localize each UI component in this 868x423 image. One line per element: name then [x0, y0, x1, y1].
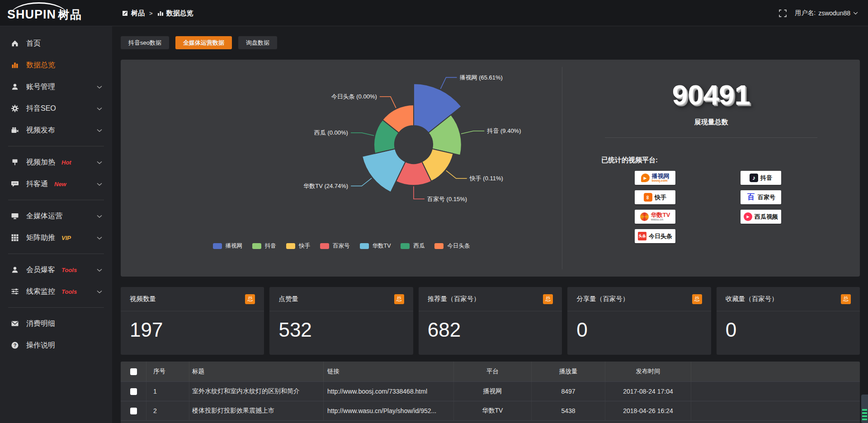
- tools-badge: Tools: [61, 288, 77, 295]
- col-link: 链接: [324, 362, 454, 381]
- chart-legend: 播视网抖音快手百家号华数TV西瓜今日头条: [121, 242, 562, 250]
- sidebar-item-doketong[interactable]: 抖客通 New: [0, 173, 112, 195]
- platform-badge-wasu[interactable]: 华数TVwasu.cn: [635, 210, 675, 224]
- bar-chart-icon: [157, 10, 164, 16]
- row-checkbox[interactable]: [130, 388, 137, 395]
- col-publish-time: 发布时间: [605, 362, 691, 381]
- xigua-logo-icon: ▶: [744, 212, 752, 221]
- tab-douyin-seo-data[interactable]: 抖音seo数据: [121, 36, 169, 49]
- home-icon: [11, 39, 19, 47]
- platform-badge-kuaishou[interactable]: ∞ 快手: [635, 190, 675, 204]
- legend-swatch: [434, 243, 443, 249]
- sidebar-item-instructions[interactable]: ? 操作说明: [0, 334, 112, 356]
- sidebar-item-home[interactable]: 首页: [0, 33, 112, 54]
- total-badge[interactable]: 总: [245, 294, 255, 304]
- legend-swatch: [320, 243, 329, 249]
- stat-card-recommendations: 推荐量（百家号）总 682: [419, 287, 562, 355]
- tools-badge: Tools: [61, 267, 77, 273]
- col-plays: 播放量: [532, 362, 605, 381]
- video-url-link[interactable]: http://www.boosj.com/7338468.html: [324, 382, 454, 401]
- video-title-link[interactable]: 室外水纹灯和室内水纹灯的区别和简介: [189, 382, 324, 401]
- video-camera-icon: [11, 126, 19, 134]
- breadcrumb-item-home[interactable]: 树品: [122, 9, 145, 18]
- platform-badge-douyin[interactable]: ♪ 抖音: [741, 171, 781, 185]
- impressions-total-label: 展现量总数: [562, 118, 860, 127]
- legend-label: 播视网: [226, 242, 243, 250]
- topbar: SHUPIN树品 树品 > 数据总览 用户名: zswodun88: [0, 0, 868, 26]
- select-all-checkbox[interactable]: [130, 368, 137, 375]
- legend-label: 抖音: [265, 242, 276, 250]
- sidebar: 首页 数据总览 账号管理 抖音SEO 视频发布 视频加热 Hot 抖客通 New…: [0, 26, 112, 423]
- total-badge[interactable]: 总: [692, 294, 702, 304]
- sidebar-item-data-overview[interactable]: 数据总览: [0, 54, 112, 76]
- legend-item-快手[interactable]: 快手: [286, 242, 310, 250]
- stat-value: 0: [567, 311, 711, 348]
- user-icon: [11, 83, 19, 91]
- envelope-icon: [11, 320, 19, 328]
- row-plays: 5438: [532, 401, 605, 420]
- pie-slice-华数TV[interactable]: [362, 149, 406, 192]
- legend-item-今日头条[interactable]: 今日头条: [434, 242, 470, 250]
- legend-item-华数TV[interactable]: 华数TV: [360, 242, 391, 250]
- platform-badge-boosj[interactable]: ▶ 播视网boosj.com: [635, 171, 675, 185]
- legend-label: 华数TV: [373, 242, 391, 250]
- sidebar-item-video-publish[interactable]: 视频发布: [0, 119, 112, 141]
- videos-table: 序号 标题 链接 平台 播放量 发布时间 1 室外水纹灯和室内水纹灯的区别和简介…: [121, 362, 860, 423]
- stat-cards-row: 视频数量总 197 点赞量总 532 推荐量（百家号）总 682 分享量（百家号…: [121, 287, 860, 355]
- chevron-down-icon: [97, 268, 102, 272]
- monitor-icon: [11, 212, 19, 220]
- legend-item-播视网[interactable]: 播视网: [213, 242, 243, 250]
- sidebar-item-douyin-seo[interactable]: 抖音SEO: [0, 98, 112, 119]
- row-platform: 播视网: [454, 382, 532, 401]
- logo-text: SHUPIN树品: [7, 7, 82, 22]
- sidebar-item-video-heating[interactable]: 视频加热 Hot: [0, 151, 112, 173]
- toutiao-logo-icon: 头条: [638, 232, 646, 240]
- tab-inquiry-data[interactable]: 询盘数据: [238, 36, 277, 49]
- breadcrumb-item-current[interactable]: 数据总览: [157, 9, 193, 18]
- stat-card-video-count: 视频数量总 197: [121, 287, 264, 355]
- total-badge[interactable]: 总: [841, 294, 851, 304]
- col-index: 序号: [146, 362, 189, 381]
- platforms-label: 已统计的视频平台:: [601, 156, 860, 164]
- platform-badge-xigua[interactable]: ▶ 西瓜视频: [741, 210, 781, 224]
- row-publish-time: 2017-08-24 17:04: [605, 382, 691, 401]
- sidebar-item-member-baoke[interactable]: 会员爆客 Tools: [0, 259, 112, 281]
- pie-label-百家号: 百家号 (0.15%): [427, 196, 467, 202]
- tab-omnimedia-operation-data[interactable]: 全媒体运营数据: [175, 36, 232, 49]
- legend-item-西瓜[interactable]: 西瓜: [401, 242, 425, 250]
- stat-value: 0: [717, 311, 860, 348]
- user-menu[interactable]: 用户名: zswodun88: [795, 9, 858, 17]
- video-title-link[interactable]: 楼体投影灯投影效果震撼上市: [189, 401, 324, 420]
- chat-bubble-icon: [11, 180, 19, 188]
- legend-label: 快手: [299, 242, 310, 250]
- fullscreen-icon[interactable]: [779, 9, 787, 17]
- floating-widget[interactable]: [861, 395, 868, 423]
- legend-swatch: [360, 243, 369, 249]
- sidebar-divider: [8, 200, 104, 200]
- row-checkbox[interactable]: [130, 408, 137, 414]
- table-row-partial: [121, 420, 860, 423]
- platform-badge-toutiao[interactable]: 头条 今日头条: [635, 229, 675, 243]
- boosj-domain: boosj.com: [652, 179, 670, 183]
- total-badge[interactable]: 总: [394, 294, 404, 304]
- legend-swatch: [286, 243, 295, 249]
- sidebar-item-account-management[interactable]: 账号管理: [0, 76, 112, 98]
- pie-svg: 播视网 (65.61%)抖音 (9.40%)快手 (0.11%)百家号 (0.1…: [121, 60, 562, 254]
- platform-badge-baijiahao[interactable]: 百 百家号: [741, 190, 781, 204]
- legend-item-百家号[interactable]: 百家号: [320, 242, 350, 250]
- sidebar-item-lead-monitoring[interactable]: 线索监控 Tools: [0, 281, 112, 302]
- username-value: zswodun88: [818, 9, 850, 17]
- sidebar-item-consumption-details[interactable]: 消费明细: [0, 313, 112, 334]
- app-logo[interactable]: SHUPIN树品: [7, 4, 107, 24]
- legend-item-抖音[interactable]: 抖音: [252, 242, 276, 250]
- chevron-down-icon: [97, 129, 102, 132]
- rose-pie-chart: 播视网 (65.61%)抖音 (9.40%)快手 (0.11%)百家号 (0.1…: [121, 60, 562, 254]
- pie-label-line: [461, 131, 484, 134]
- legend-swatch: [213, 243, 222, 249]
- legend-label: 今日头条: [447, 242, 470, 250]
- video-url-link[interactable]: http://www.wasu.cn/Play/show/id/952...: [324, 401, 454, 420]
- total-badge[interactable]: 总: [543, 294, 553, 304]
- data-tabs: 抖音seo数据 全媒体运营数据 询盘数据: [121, 36, 277, 49]
- sidebar-item-omnimedia-operation[interactable]: 全媒体运营: [0, 205, 112, 227]
- sidebar-item-matrix-boost[interactable]: 矩阵助推 VIP: [0, 227, 112, 249]
